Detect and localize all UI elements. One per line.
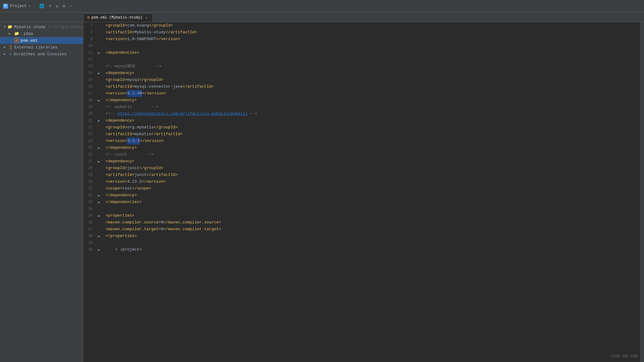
scratches-icon: ✎ bbox=[9, 52, 12, 56]
line-number: 15 bbox=[86, 77, 93, 83]
sidebar-item-idea[interactable]: ▶ 📁 .idea bbox=[0, 30, 83, 37]
code-line bbox=[106, 43, 637, 49]
gutter-marker bbox=[95, 239, 102, 246]
split-icon[interactable]: ⇅ bbox=[56, 3, 58, 9]
title-bar-icons: 🌐 ≡ ⇅ ⚙ — bbox=[39, 3, 72, 9]
globe-icon[interactable]: 🌐 bbox=[39, 3, 44, 9]
expand-arrow: ▼ bbox=[4, 25, 6, 29]
sidebar-item-mybatis-study[interactable]: ▼ 📁 Mybatis-study D:\学习笔记\狂神说Jav bbox=[0, 23, 83, 30]
code-line: </dependency> bbox=[106, 192, 637, 199]
code-line: <dependencies> bbox=[106, 49, 637, 56]
code-line: <dependency> bbox=[106, 158, 637, 165]
gutter-marker bbox=[95, 104, 102, 110]
pom-file-icon: m bbox=[87, 15, 89, 20]
line-number: 18 bbox=[86, 97, 93, 104]
code-line: <!--junit --> bbox=[106, 151, 637, 158]
gutter-marker bbox=[95, 131, 102, 138]
project-dropdown-arrow[interactable]: ▾ bbox=[29, 4, 31, 8]
expand-arrow-ext: ▶ bbox=[4, 45, 7, 49]
gutter-marker: ◆ bbox=[95, 233, 102, 239]
line-number: 30 bbox=[86, 178, 93, 185]
code-line: <dependency> bbox=[106, 70, 637, 77]
line-number: 24 bbox=[86, 138, 93, 144]
code-line: </dependencies> bbox=[106, 199, 637, 206]
line-number: 32 bbox=[86, 192, 93, 199]
gutter-marker: ◆ bbox=[95, 158, 102, 165]
line-numbers: 7891011121314151617181920212223242526272… bbox=[83, 22, 95, 362]
gutter-marker: ◆ bbox=[95, 246, 102, 253]
minus-icon[interactable]: — bbox=[70, 4, 72, 9]
code-line: <groupId>org.mybatis</groupId> bbox=[106, 124, 637, 131]
code-line: <!--mysql驱动 --> bbox=[106, 63, 637, 70]
gutter-marker bbox=[95, 43, 102, 49]
code-line bbox=[106, 206, 637, 212]
sidebar-item-external-libs[interactable]: ▶ ⣿ External Libraries bbox=[0, 44, 83, 51]
gutter: ◆◆◆◆◆◆◆◆◆◆◆ bbox=[95, 22, 102, 362]
code-line: <artifactId>junit</artifactId> bbox=[106, 172, 637, 178]
watermark: CSDN @星~闪耀 bbox=[611, 354, 638, 359]
gutter-marker bbox=[95, 22, 102, 29]
title-bar: P Project ▾ 🌐 ≡ ⇅ ⚙ — bbox=[0, 0, 644, 12]
line-number: 38 bbox=[86, 233, 93, 239]
line-number: 39 bbox=[86, 239, 93, 246]
code-line: <properties> bbox=[106, 212, 637, 219]
code-container[interactable]: 7891011121314151617181920212223242526272… bbox=[83, 22, 640, 362]
watermark-text: CSDN @星~闪耀 bbox=[611, 354, 638, 359]
gutter-marker bbox=[95, 172, 102, 178]
line-number: 40 bbox=[86, 246, 93, 253]
editor-area: 7891011121314151617181920212223242526272… bbox=[83, 22, 640, 362]
main-content: ▼ 📁 Mybatis-study D:\学习笔记\狂神说Jav ▶ 📁 .id… bbox=[0, 22, 644, 362]
line-number: 34 bbox=[86, 206, 93, 212]
gutter-marker bbox=[95, 36, 102, 43]
code-lines[interactable]: <groupId>com.kuang</groupId> <artifactId… bbox=[102, 22, 640, 362]
gutter-marker: ◆ bbox=[95, 192, 102, 199]
sidebar-item-subtitle: D:\学习笔记\狂神说Jav bbox=[48, 25, 83, 29]
right-scrollbar[interactable] bbox=[640, 22, 644, 362]
code-line: <version>5.1.40</version> bbox=[106, 90, 637, 97]
gutter-marker bbox=[95, 63, 102, 70]
gutter-marker bbox=[95, 29, 102, 36]
gutter-marker: ◆ bbox=[95, 199, 102, 206]
tab-pom-xml[interactable]: m pom.xml (Mybatis-study) ✕ bbox=[83, 13, 153, 22]
code-line: <groupId>junit</groupId> bbox=[106, 165, 637, 172]
code-line: <scope>test</scope> bbox=[106, 185, 637, 192]
gutter-marker: ◆ bbox=[95, 97, 102, 104]
tab-close-button[interactable]: ✕ bbox=[144, 15, 149, 20]
gutter-marker bbox=[95, 56, 102, 63]
sidebar-item-label-ext: External Libraries bbox=[14, 45, 57, 50]
gutter-marker bbox=[95, 77, 102, 83]
gutter-marker: ◆ bbox=[95, 49, 102, 56]
line-number: 23 bbox=[86, 131, 93, 138]
line-number: 26 bbox=[86, 151, 93, 158]
code-line: <maven.compiler.source>8</maven.compiler… bbox=[106, 219, 637, 226]
line-number: 12 bbox=[86, 56, 93, 63]
tab-label: pom.xml (Mybatis-study) bbox=[91, 15, 143, 20]
code-line: </dependency> bbox=[106, 144, 637, 151]
sidebar-item-label: Mybatis-study bbox=[14, 25, 45, 29]
code-line: <!-- https://mvnrepository.com/artifact/… bbox=[106, 110, 637, 117]
code-line: <artifactId>Mybatis-study</artifactId> bbox=[106, 29, 637, 36]
line-number: 9 bbox=[86, 36, 93, 43]
align-icon[interactable]: ≡ bbox=[49, 4, 51, 9]
line-number: 7 bbox=[86, 22, 93, 29]
line-number: 11 bbox=[86, 49, 93, 56]
gutter-marker: ◆ bbox=[95, 117, 102, 124]
code-line bbox=[106, 56, 637, 63]
sidebar-item-scratches[interactable]: ▶ ✎ Scratches and Consoles bbox=[0, 51, 83, 57]
code-line: <dependency> bbox=[106, 117, 637, 124]
sidebar-item-label-scratch: Scratches and Consoles bbox=[14, 52, 67, 56]
sidebar-item-pom-xml[interactable]: m pom.xml bbox=[0, 37, 83, 44]
gutter-marker bbox=[95, 110, 102, 117]
line-number: 13 bbox=[86, 63, 93, 70]
gutter-marker bbox=[95, 138, 102, 144]
sidebar-item-label-pom: pom.xml bbox=[21, 38, 38, 43]
gutter-marker bbox=[95, 206, 102, 212]
code-line: < /project> bbox=[106, 246, 637, 253]
line-number: 8 bbox=[86, 29, 93, 36]
line-number: 31 bbox=[86, 185, 93, 192]
line-number: 25 bbox=[86, 144, 93, 151]
line-number: 14 bbox=[86, 70, 93, 77]
gutter-marker: ◆ bbox=[95, 212, 102, 219]
gutter-marker bbox=[95, 90, 102, 97]
gear-icon[interactable]: ⚙ bbox=[63, 3, 65, 9]
